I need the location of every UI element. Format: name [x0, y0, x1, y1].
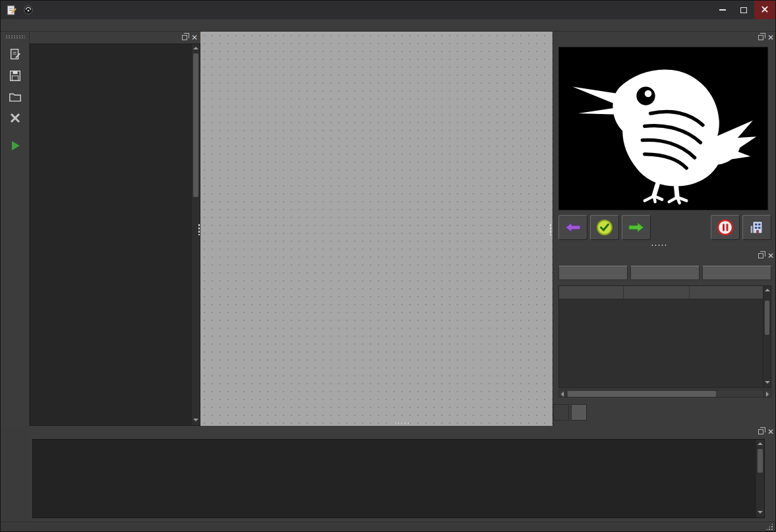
- float-icon[interactable]: [182, 35, 187, 40]
- script-editor[interactable]: [30, 44, 200, 426]
- float-icon[interactable]: [758, 429, 763, 434]
- arrow-left-icon: [564, 222, 582, 233]
- close-icon[interactable]: ✕: [767, 252, 774, 259]
- maximize-icon: [740, 7, 747, 13]
- save-icon: [9, 69, 22, 82]
- run-play-icon: [9, 139, 22, 152]
- bird-illustration: [564, 51, 762, 206]
- pause-icon: [716, 218, 734, 237]
- header-format[interactable]: [624, 286, 690, 299]
- run-button[interactable]: [5, 136, 25, 155]
- next-button[interactable]: [622, 215, 651, 240]
- add-sound-button[interactable]: [558, 266, 628, 280]
- logs-dock: ✕: [30, 426, 776, 521]
- maximize-button[interactable]: [733, 1, 754, 19]
- pause-button[interactable]: [711, 215, 740, 240]
- close-icon[interactable]: ✕: [767, 429, 774, 435]
- resource-actions: [558, 266, 771, 280]
- scroll-down-icon[interactable]: [765, 381, 770, 384]
- right-dock-column: ✕ ✕: [552, 32, 776, 426]
- add-image-button[interactable]: [630, 266, 700, 280]
- close-button[interactable]: ✕: [754, 1, 775, 19]
- header-file[interactable]: [559, 286, 624, 299]
- log-output[interactable]: [32, 439, 765, 518]
- menubar: [1, 19, 775, 32]
- left-toolbar: [1, 32, 30, 426]
- emulator-titlebar[interactable]: ✕: [553, 32, 776, 44]
- code-lines: [30, 44, 191, 425]
- close-x-icon: [9, 112, 21, 124]
- table-hscrollbar[interactable]: [558, 390, 771, 398]
- home-icon: [749, 220, 765, 235]
- table-header: [559, 286, 771, 299]
- emulator-grip[interactable]: [651, 244, 668, 247]
- node-canvas[interactable]: [200, 32, 552, 426]
- tab-virtual-machine[interactable]: [553, 404, 569, 421]
- script-editor-dock: ✕: [30, 32, 200, 426]
- minimize-button[interactable]: [712, 1, 733, 19]
- close-icon[interactable]: ✕: [191, 34, 198, 41]
- new-script-icon: [9, 48, 22, 61]
- table-scrollbar[interactable]: [763, 286, 771, 388]
- scrollbar-thumb[interactable]: [193, 53, 198, 197]
- app-window: ✕ ✕: [0, 0, 776, 532]
- resize-handle[interactable]: [765, 523, 773, 531]
- scroll-up-icon[interactable]: [765, 289, 770, 291]
- open-button[interactable]: [5, 88, 25, 106]
- delete-button[interactable]: [702, 266, 771, 280]
- emulator-controls: [558, 215, 771, 240]
- scrollbar-thumb[interactable]: [568, 391, 716, 397]
- scroll-left-icon[interactable]: [559, 391, 566, 398]
- scrollbar-thumb[interactable]: [765, 301, 769, 335]
- save-button[interactable]: [5, 67, 25, 85]
- dock-tabs: [553, 404, 587, 421]
- minimize-icon: [719, 9, 726, 11]
- toolbar-grip[interactable]: [5, 35, 25, 39]
- arrow-right-icon: [628, 222, 645, 233]
- scroll-right-icon[interactable]: [763, 391, 771, 398]
- window-controls: ✕: [712, 1, 775, 19]
- splitter-left[interactable]: [198, 223, 200, 235]
- app-gear-icon: [22, 3, 35, 16]
- float-icon[interactable]: [758, 253, 763, 258]
- back-button[interactable]: [558, 215, 587, 240]
- ok-button[interactable]: [590, 215, 619, 240]
- header-description[interactable]: [690, 286, 771, 299]
- new-script-button[interactable]: [5, 45, 25, 64]
- check-icon: [595, 218, 614, 237]
- app-logo-icon: [5, 3, 18, 16]
- scrollbar-thumb[interactable]: [758, 449, 763, 473]
- scroll-down-icon[interactable]: [758, 511, 763, 514]
- splitter-right[interactable]: [549, 223, 552, 235]
- scroll-up-icon[interactable]: [758, 442, 763, 445]
- script-editor-titlebar[interactable]: ✕: [30, 32, 200, 44]
- emulator-screen: [558, 47, 768, 210]
- tab-story-resources[interactable]: [571, 404, 587, 421]
- statusbar: [1, 521, 775, 532]
- close-project-button[interactable]: [5, 109, 25, 127]
- float-icon[interactable]: [758, 35, 763, 40]
- resources-table[interactable]: [558, 285, 771, 388]
- scroll-down-icon[interactable]: [193, 419, 198, 421]
- home-button[interactable]: [742, 215, 771, 240]
- close-icon[interactable]: ✕: [767, 34, 774, 41]
- resources-titlebar[interactable]: ✕: [553, 250, 776, 262]
- close-icon: ✕: [760, 5, 769, 15]
- splitter-bottom[interactable]: [394, 422, 411, 425]
- logs-titlebar[interactable]: ✕: [30, 426, 776, 438]
- logs-scrollbar[interactable]: [756, 440, 764, 517]
- scroll-up-icon[interactable]: [193, 47, 198, 49]
- titlebar[interactable]: ✕: [1, 1, 775, 19]
- open-folder-icon: [9, 90, 22, 103]
- node-connections: [200, 32, 552, 426]
